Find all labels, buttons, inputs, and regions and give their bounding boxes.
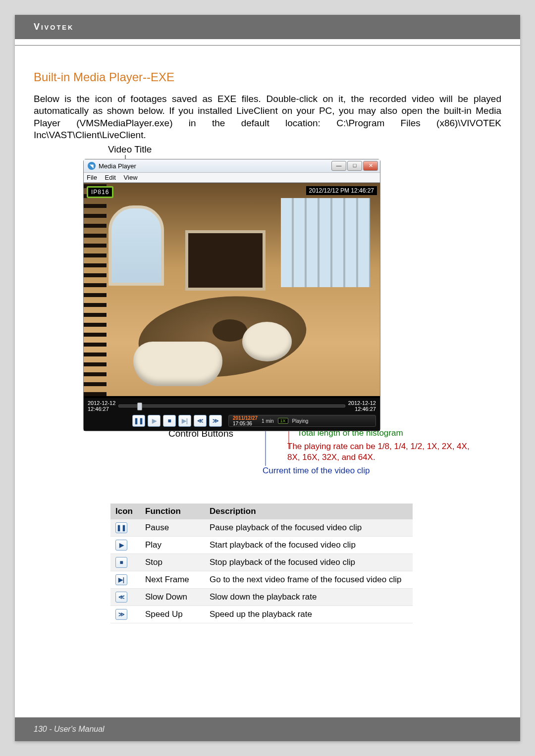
clip-end-time: 2012-12-12 12:46:27 [348,400,376,412]
status-length: 1 min [262,418,273,424]
status-date: 2011/12/27 [233,415,258,421]
scene-sofa [133,342,222,386]
play-button[interactable]: ▶ [148,415,160,427]
cell-function: Play [140,537,205,554]
page-footer: 130 - User's Manual [15,717,520,741]
intro-paragraph: Below is the icon of footages saved as E… [34,93,501,141]
section-title: Built-in Media Player--EXE [34,70,501,84]
menu-view[interactable]: View [124,174,138,181]
cell-function: Speed Up [140,606,205,623]
status-panel: 2011/12/27 17:05:36 1 min 1X Playing [228,415,376,427]
icon-next frame: ▶| [115,574,127,585]
controls-reference-table: Icon Function Description ❚❚PausePause p… [110,504,413,623]
close-button[interactable]: ✕ [363,161,378,171]
clip-start-date: 2012-12-12 [88,400,115,406]
next-frame-button[interactable]: ▶| [178,415,191,427]
status-time: 17:05:36 [233,421,252,426]
cell-description: Slow down the playback rate [205,589,413,606]
cell-description: Go to the next video frame of the focuse… [205,571,413,589]
menu-bar: File Edit View [84,173,380,183]
status-state: Playing [292,418,309,424]
cell-function: Pause [140,519,205,537]
table-row: ■StopStop playback of the focused video … [110,554,413,571]
speed-up-button[interactable]: ≫ [209,415,222,427]
clip-start-time: 2012-12-12 12:46:27 [88,400,115,412]
media-player-illustration: Video Title Timeline Slider Status Panel… [83,144,480,501]
callout-video-title: Video Title [108,144,152,155]
cell-description: Speed up the playback rate [205,606,413,623]
scene-chair [242,322,292,361]
media-player-window: ◥ Media Player — □ ✕ File Edit View [83,159,380,431]
scene-arch-window [108,205,164,286]
manual-page: Vivotek Built-in Media Player--EXE Below… [15,15,520,741]
slow-down-button[interactable]: ≪ [194,415,207,427]
menu-file[interactable]: File [87,174,97,181]
window-titlebar[interactable]: ◥ Media Player — □ ✕ [84,159,380,173]
page-number-label: 130 - User's Manual [34,725,105,734]
table-row: ▶|Next FrameGo to the next video frame o… [110,571,413,589]
clip-end-clock: 12:46:27 [348,406,376,412]
cell-description: Pause playback of the focused video clip [205,519,413,537]
callout-current-time: Current time of the video clip [263,466,370,476]
video-viewport: IP816 2012/12/12 PM 12:46:27 [84,183,380,397]
cell-function: Stop [140,554,205,571]
brand-label: Vivotek [34,22,74,32]
camera-id-overlay: IP816 [87,186,113,198]
th-function: Function [140,504,205,519]
scene-tall-windows [281,198,370,287]
table-row: ❚❚PausePause playback of the focused vid… [110,519,413,537]
clip-start-clock: 12:46:27 [88,406,115,412]
video-timestamp-overlay: 2012/12/12 PM 12:46:27 [306,186,377,195]
icon-slow down: ≪ [115,592,127,603]
pause-button[interactable]: ❚❚ [132,415,145,427]
page-header: Vivotek [15,15,520,39]
stop-button[interactable]: ■ [163,415,176,427]
cell-function: Slow Down [140,589,205,606]
window-title: Media Player [99,162,136,170]
scene-fireplace [185,230,266,291]
table-row: ≫Speed UpSpeed up the playback rate [110,606,413,623]
maximize-button[interactable]: □ [347,161,362,171]
icon-pause: ❚❚ [115,522,127,533]
cell-description: Stop playback of the focused video clip [205,554,413,571]
table-row: ▶PlayStart playback of the focused video… [110,537,413,554]
cell-description: Start playback of the focused video clip [205,537,413,554]
timeline-thumb[interactable] [137,403,142,410]
icon-stop: ■ [115,557,127,568]
minimize-button[interactable]: — [331,161,346,171]
table-row: ≪Slow DownSlow down the playback rate [110,589,413,606]
scene-railing [84,183,107,396]
icon-speed up: ≫ [115,609,127,620]
cell-function: Next Frame [140,571,205,589]
callout-playing-rate: The playing rate can be 1/8, 1/4, 1/2, 1… [287,441,476,463]
page-content: Built-in Media Player--EXE Below is the … [15,46,520,623]
clip-end-date: 2012-12-12 [348,400,376,406]
timeline-slider[interactable] [118,404,345,407]
th-icon: Icon [110,504,140,519]
icon-play: ▶ [115,540,127,551]
player-controls-panel: 2012-12-12 12:46:27 2012-12-12 12:46:27 … [84,397,380,431]
status-rate: 1X [278,418,288,424]
app-icon: ◥ [88,162,96,170]
th-description: Description [205,504,413,519]
menu-edit[interactable]: Edit [105,174,116,181]
